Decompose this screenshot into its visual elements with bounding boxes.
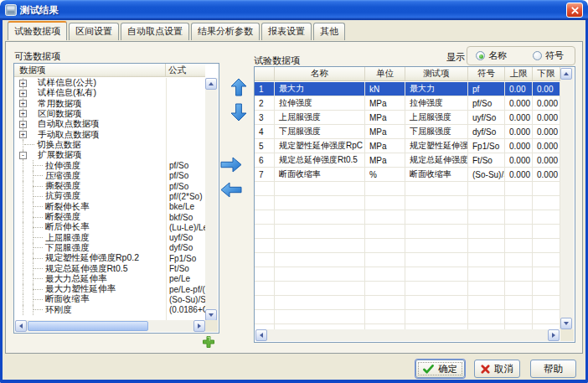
tree-item[interactable]: 切换点数据 — [14, 140, 205, 150]
tree-column-name[interactable]: 数据项 — [14, 64, 166, 76]
tree-item[interactable]: 断面收缩率(So-Su)/Sc — [14, 294, 205, 304]
arrow-left-icon — [220, 182, 242, 198]
tree-item[interactable]: 最大力塑性延伸率pe/Le-pf/( — [14, 284, 205, 294]
empty-cell — [365, 239, 405, 253]
add-item-button[interactable] — [202, 335, 215, 349]
tab-自动取点设置[interactable]: 自动取点设置 — [121, 23, 189, 40]
column-header[interactable]: 测试项 — [405, 67, 468, 80]
tree-item-formula: (0.0186+C — [166, 305, 205, 315]
cell-lower: 0.000 — [533, 111, 560, 125]
empty-cell — [533, 239, 560, 253]
scroll-left-button[interactable] — [15, 320, 27, 332]
cell-test: 下屈服强度 — [405, 125, 468, 139]
column-header[interactable]: 名称 — [275, 67, 365, 80]
tree-vertical-scrollbar[interactable] — [205, 78, 218, 321]
scroll-right-button[interactable] — [193, 320, 205, 332]
column-header[interactable]: 下限 — [533, 67, 560, 80]
tab-试验数据项[interactable]: 试验数据项 — [8, 21, 67, 40]
tree-item-label: 最大力塑性延伸率 — [45, 284, 116, 294]
ok-button[interactable]: 确定 — [415, 360, 465, 378]
scroll-right-button[interactable] — [548, 329, 560, 341]
table-row[interactable]: 3上屈服强度MPa上屈服强度uyf/So0.0000.000 — [255, 111, 560, 125]
cell-symbol: dyf/So — [468, 125, 505, 139]
tab-报表设置[interactable]: 报表设置 — [261, 23, 312, 40]
column-header[interactable]: 符号 — [468, 67, 505, 80]
collapse-icon[interactable]: - — [19, 152, 27, 159]
move-up-button[interactable] — [230, 78, 247, 96]
window-border-bottom — [0, 380, 588, 383]
tree-item[interactable]: 撕裂强度pf/So — [14, 181, 205, 191]
cancel-button[interactable]: 取消 — [474, 360, 520, 378]
cell-upper: 0.000 — [505, 139, 533, 153]
tree-item-label: 切换点数据 — [37, 140, 81, 150]
empty-cell — [275, 253, 365, 267]
tree-item[interactable]: +区间数据项 — [14, 109, 205, 119]
tab-结果分析参数[interactable]: 结果分析参数 — [191, 23, 260, 40]
scroll-up-button[interactable] — [560, 68, 572, 80]
scroll-left-button[interactable] — [255, 329, 267, 341]
empty-cell — [468, 225, 505, 239]
scroll-down-button[interactable] — [205, 309, 217, 321]
tree-item-name: 下屈服强度 — [14, 243, 166, 253]
close-button[interactable] — [566, 3, 583, 18]
cell-upper: 0.000 — [505, 168, 533, 182]
tree-item[interactable]: 下屈服强度dyf/So — [14, 243, 205, 253]
table-row[interactable]: 1最大力kN最大力pf0.000.00 — [255, 82, 560, 96]
help-button[interactable]: 帮助 — [530, 360, 576, 378]
empty-row — [255, 310, 560, 324]
tree-item[interactable]: 断裂伸长率bke/Le — [14, 202, 205, 212]
tree-item[interactable]: +手动取点数据项 — [14, 129, 205, 139]
tab-区间设置[interactable]: 区间设置 — [69, 23, 119, 40]
move-right-button[interactable] — [220, 157, 242, 173]
radio-display-name[interactable]: 名称 — [476, 49, 507, 62]
scrollbar-thumb[interactable] — [28, 321, 148, 331]
tree-item[interactable]: -扩展数据项 — [14, 150, 205, 160]
tab-其他[interactable]: 其他 — [313, 23, 345, 40]
radio-display-symbol[interactable]: 符号 — [533, 49, 564, 62]
expand-icon[interactable]: + — [19, 110, 27, 117]
table-row[interactable]: 7断面收缩率%断面收缩率(So-Su)/S0.0000.000 — [255, 168, 560, 182]
tree-item[interactable]: +试样信息(公共) — [14, 78, 205, 88]
tree-item-formula — [166, 88, 205, 98]
table-vertical-scrollbar[interactable] — [560, 68, 574, 329]
tree-item[interactable]: 上屈服强度uyf/So — [14, 232, 205, 242]
column-header[interactable]: 单位 — [365, 67, 405, 80]
expand-icon[interactable]: + — [19, 100, 27, 107]
tree-column-formula[interactable]: 公式 — [166, 64, 205, 76]
tree-item[interactable]: +自动取点数据项 — [14, 119, 205, 129]
tree-connector — [33, 175, 43, 176]
tree-item[interactable]: 最大力总延伸率pe/Le — [14, 274, 205, 284]
scroll-up-button[interactable] — [205, 78, 217, 90]
table-row[interactable]: 2拉伸强度MPa拉伸强度pf/So0.0000.000 — [255, 96, 560, 111]
table-row[interactable]: 4下屈服强度MPa下屈服强度dyf/So0.0000.000 — [255, 125, 560, 139]
tree-item[interactable]: 断后伸长率(Lu-Le)/Le — [14, 222, 205, 232]
tree-item-name: +自动取点数据项 — [14, 119, 166, 129]
help-button-label: 帮助 — [544, 363, 563, 375]
tree-horizontal-scrollbar[interactable] — [15, 320, 205, 332]
table-row[interactable]: 5规定塑性延伸强度RpCMPa规定塑性延伸强度RFp1/So0.0000.000 — [255, 139, 560, 153]
expand-icon[interactable]: + — [19, 80, 27, 87]
empty-cell — [533, 296, 560, 310]
cell-test: 规定总延伸强度Rt — [405, 153, 468, 168]
move-left-button[interactable] — [220, 182, 242, 198]
tree-item[interactable]: 压缩强度pf/So — [14, 171, 205, 181]
tree-item[interactable]: +常用数据项 — [14, 99, 205, 109]
tree-connector — [33, 258, 43, 259]
table-horizontal-scrollbar[interactable] — [255, 329, 560, 341]
column-header[interactable]: 上限 — [505, 67, 533, 80]
column-header[interactable] — [255, 67, 275, 80]
expand-icon[interactable]: + — [19, 90, 27, 97]
tree-item[interactable]: 拉伸强度pf/So — [14, 160, 205, 170]
tree-item[interactable]: 规定塑性延伸强度Rp0.2Fp1/So — [14, 253, 205, 263]
tree-item[interactable]: 断裂强度bkf/So — [14, 212, 205, 222]
move-down-button[interactable] — [230, 103, 247, 122]
tree-item[interactable]: 环刚度(0.0186+C — [14, 305, 205, 315]
table-row[interactable]: 6规定总延伸强度Rt0.5MPa规定总延伸强度RtFt/So0.0000.000 — [255, 153, 560, 168]
expand-icon[interactable]: + — [19, 121, 27, 128]
tree-item[interactable]: 抗剪强度pf/(2*So) — [14, 191, 205, 201]
tree-item[interactable]: +试样信息(私有) — [14, 88, 205, 98]
scroll-down-button[interactable] — [560, 318, 572, 329]
cell-num: 3 — [255, 111, 275, 125]
tree-item[interactable]: 规定总延伸强度Rt0.5Ft/So — [14, 263, 205, 273]
expand-icon[interactable]: + — [19, 131, 27, 138]
